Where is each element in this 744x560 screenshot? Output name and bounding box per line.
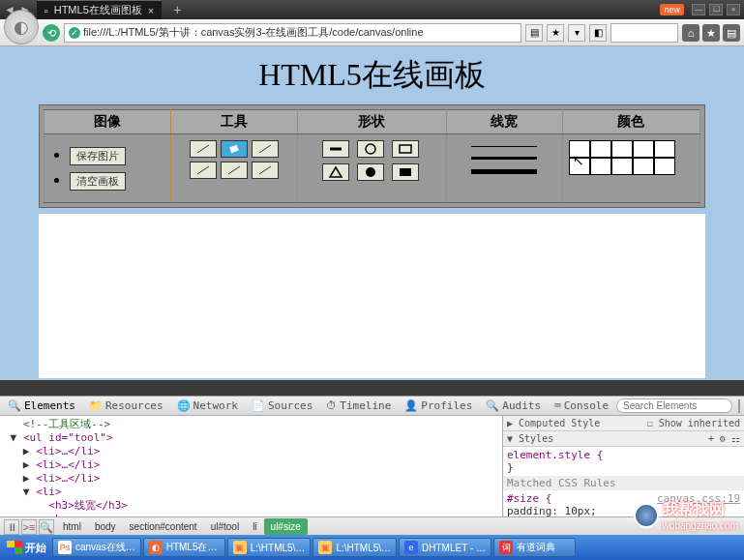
url-field[interactable]: ✓ file:///L:/HTML5/第十讲：canvas实例3-在线画图工具/…	[64, 23, 521, 43]
tool-line3[interactable]	[252, 162, 279, 179]
min-button[interactable]: —	[692, 4, 705, 15]
tab-profiles[interactable]: 👤Profiles	[399, 398, 478, 414]
tab-timeline[interactable]: ⏱Timeline	[320, 398, 397, 414]
tab-sources[interactable]: 📄Sources	[246, 398, 318, 414]
console-icon[interactable]: >≡	[21, 519, 37, 535]
folder-icon: ▣	[233, 541, 247, 554]
color-swatch[interactable]	[654, 140, 675, 158]
page-content: HTML5在线画板 图像 工具 形状 线宽 颜色 保存图片 清空画板	[0, 46, 744, 380]
svg-line-4	[228, 166, 240, 174]
col-tool: 工具	[171, 110, 298, 134]
crumb[interactable]: body	[88, 518, 123, 535]
taskbar-item[interactable]: 词有道词典	[493, 538, 576, 557]
rss-icon[interactable]: ▤	[525, 24, 543, 42]
computed-section[interactable]: Computed Style	[519, 418, 600, 428]
clear-canvas-button[interactable]: 清空画板	[70, 172, 126, 191]
reload-button[interactable]: ⟲	[43, 24, 60, 42]
taskbar-item[interactable]: ▣L:\HTML5\…	[227, 538, 312, 557]
svg-marker-9	[330, 167, 342, 177]
close-button[interactable]: ×	[727, 4, 740, 15]
taskbar-item[interactable]: ▣L:\HTML5\…	[312, 538, 397, 557]
star-icon[interactable]: ★	[547, 24, 564, 42]
bookmark-button[interactable]: ★	[702, 24, 720, 42]
start-button[interactable]: 开始	[3, 541, 50, 555]
color-swatch[interactable]	[633, 140, 654, 158]
taskbar-item[interactable]: ◐HTML5在…	[143, 538, 225, 557]
browser-logo-icon[interactable]: ◐	[4, 10, 39, 44]
crumb[interactable]: html	[56, 518, 88, 535]
magnifier-icon	[634, 503, 659, 528]
color-swatch[interactable]	[611, 158, 633, 175]
width-5[interactable]	[471, 169, 537, 174]
svg-point-7	[366, 144, 375, 154]
crumb[interactable]: ul#tool	[204, 518, 246, 535]
color-swatch[interactable]	[569, 158, 590, 175]
tab-elements[interactable]: 🔍Elements	[2, 398, 81, 414]
styles-section[interactable]: Styles	[519, 433, 553, 444]
search-input[interactable]	[610, 23, 678, 43]
crumb[interactable]: li	[246, 518, 263, 535]
browser-titlebar: ◄ ► ▫ HTML5在线画图板 × + new — ☐ ×	[0, 0, 744, 19]
devtools-search	[616, 398, 732, 413]
tool-line[interactable]	[190, 162, 217, 179]
tab-network[interactable]: 🌐Network	[171, 398, 244, 414]
taskbar-item[interactable]: Pscanvas在线…	[52, 538, 141, 557]
compat-icon[interactable]: ◧	[589, 24, 607, 42]
color-swatch[interactable]	[654, 158, 675, 175]
dock-button[interactable]	[738, 399, 740, 413]
tab-close-icon[interactable]: ×	[148, 5, 154, 16]
secure-icon: ✓	[69, 27, 80, 39]
menu-button[interactable]: ▤	[723, 24, 740, 42]
linewidth-list	[453, 140, 556, 174]
new-badge: new	[660, 4, 684, 15]
shape-rect[interactable]	[392, 140, 419, 158]
dropdown-icon[interactable]: ▾	[568, 24, 585, 42]
tab-favicon: ▫	[45, 5, 48, 16]
page-title: HTML5在线画板	[0, 46, 744, 104]
list-item: 保存图片	[70, 146, 164, 165]
app-icon: Ps	[58, 541, 72, 554]
home-button[interactable]: ⌂	[682, 24, 699, 42]
dict-icon: 词	[499, 541, 513, 554]
canvas[interactable]	[39, 214, 705, 378]
elements-panel[interactable]: <!--工具区域--> ▼ <ul id="tool"> ▶ <li>…</li…	[0, 416, 502, 516]
new-tab-button[interactable]: +	[167, 2, 187, 17]
toolbar: 图像 工具 形状 线宽 颜色 保存图片 清空画板	[39, 104, 705, 208]
save-image-button[interactable]: 保存图片	[70, 147, 126, 165]
max-button[interactable]: ☐	[709, 4, 723, 15]
devtools-search-input[interactable]	[616, 398, 732, 413]
svg-rect-8	[400, 145, 411, 153]
tool-eraser[interactable]	[221, 140, 248, 158]
inspect-icon[interactable]: 🔍	[39, 519, 54, 535]
color-swatch[interactable]	[590, 158, 611, 175]
tool-line2[interactable]	[221, 162, 248, 179]
window-controls: new — ☐ ×	[660, 4, 740, 15]
svg-line-3	[197, 166, 209, 174]
crumb[interactable]: section#content	[123, 518, 204, 535]
col-color: 颜色	[562, 110, 699, 134]
shape-circle[interactable]	[357, 140, 384, 158]
width-3[interactable]	[471, 157, 537, 160]
width-1[interactable]	[471, 146, 537, 147]
color-swatch[interactable]	[611, 140, 633, 158]
windows-logo-icon	[7, 541, 22, 554]
color-swatch[interactable]	[569, 140, 590, 158]
taskbar-item[interactable]: eDHTMLET - …	[399, 538, 491, 557]
crumb-selected[interactable]: ul#size	[264, 518, 308, 535]
tab-console[interactable]: ⌨Console	[549, 398, 614, 414]
shape-filled-circle[interactable]	[357, 163, 384, 181]
shape-filled-rect[interactable]	[392, 163, 419, 181]
shape-hline[interactable]	[322, 140, 349, 158]
pause-icon[interactable]: ⏸	[4, 519, 19, 535]
tab-resources[interactable]: 📁Resources	[83, 398, 169, 414]
tool-pencil[interactable]	[190, 140, 217, 158]
tab-audits[interactable]: 🔍Audits	[480, 398, 547, 414]
tab-title: HTML5在线画图板	[54, 3, 142, 17]
svg-line-2	[259, 145, 271, 153]
color-swatch[interactable]	[633, 158, 654, 175]
color-swatch[interactable]	[590, 140, 611, 158]
browser-tab[interactable]: ▫ HTML5在线画图板 ×	[37, 0, 162, 19]
tool-brush[interactable]	[252, 140, 279, 158]
shape-triangle[interactable]	[322, 163, 349, 181]
watermark: 我帮找网 wobangzhao.com	[634, 500, 738, 531]
